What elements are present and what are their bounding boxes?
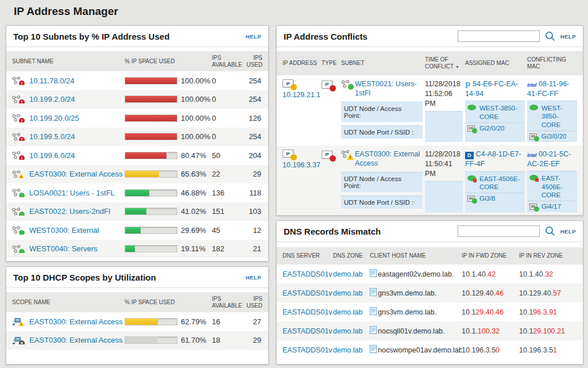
subnet-icon: ! [12, 151, 21, 159]
subnet-link[interactable]: 10.11.78.0/24 [29, 76, 75, 85]
table-row: !EAST0022: Users-2ndFl 41.02% 151 103 [6, 202, 268, 221]
ip-rev-zone: 10.196.3.51 [519, 346, 577, 354]
table-row: !WEST0300: External 29.69% 45 12 [6, 221, 268, 240]
subnet-link[interactable]: 10.199.6.0/24 [29, 151, 75, 160]
udt-port-link[interactable]: Gi3/8 [479, 195, 496, 202]
udt-node-link[interactable]: WEST-3850-CORE [541, 104, 575, 129]
dns-zone-link[interactable]: demo.lab [333, 270, 370, 278]
help-link[interactable]: HELP [246, 33, 261, 40]
ips-available-value: 0 [212, 76, 246, 85]
col-conflicting-mac: CONFLICTING MAC [527, 56, 577, 70]
ips-used-value: 254 [246, 95, 262, 103]
udt-node-link[interactable]: EAST-4506E-CORE [541, 174, 575, 199]
usage-bar [125, 170, 177, 178]
ips-used-value: 27 [246, 317, 262, 326]
table-row: !10.199.6.0/24 80.47% 50 204 [6, 146, 268, 165]
udt-node-link[interactable]: EAST-4506E-CORE [479, 175, 523, 191]
col-ips-available: IPS AVAILABLE [212, 296, 246, 309]
ip-rev-zone: 10.129.40.57 [519, 289, 577, 297]
subnet-icon: ! [12, 76, 21, 85]
help-link[interactable]: HELP [246, 274, 261, 281]
scope-link[interactable]: EAST0300: External Access [29, 317, 123, 326]
search-input[interactable] [458, 225, 540, 237]
ip-fwd-zone: 10.1.100.32 [462, 327, 519, 335]
usage-bar [125, 227, 177, 234]
col-dns-server: DNS SERVER [283, 252, 333, 259]
ips-available-value: 136 [212, 189, 246, 197]
pct-used-value: 100.00% [181, 95, 210, 103]
subnet-link[interactable]: 10.199.20.0/25 [29, 114, 79, 122]
dns-server-link[interactable]: EASTADDS01v [283, 270, 333, 278]
subnet-link[interactable]: WEST0300: External [29, 226, 99, 235]
subnet-link[interactable]: EAST0300: External Access [29, 170, 123, 178]
subnet-link[interactable]: LOSA0021: Users - 1stFL [29, 189, 115, 197]
conflict-ip-link[interactable]: 10.129.21.1 [283, 91, 319, 99]
ip-rev-zone: 10.196.3.91 [519, 308, 577, 316]
help-link[interactable]: HELP [560, 228, 576, 235]
dns-zone-link[interactable]: demo.lab [333, 289, 370, 297]
ips-available-value: 0 [212, 95, 246, 103]
col-ip-fwd-zone: IP IN FWD ZONE [462, 252, 519, 259]
udt-port-link[interactable]: Gi4/17 [541, 203, 561, 210]
search-input[interactable] [458, 30, 540, 42]
conflict-subnet-link[interactable]: WEST0021: Users-1stFl [355, 79, 423, 98]
subnet-icon: ! [12, 189, 21, 197]
ips-used-value: 118 [246, 189, 262, 197]
conflicts-panel-title: IP Address Conflicts [284, 32, 453, 41]
subnet-link[interactable]: EAST0022: Users-2ndFl [29, 207, 110, 216]
dhcp-scope-icon: ! [12, 317, 21, 325]
ip-fwd-zone: 10.1.40.42 [462, 270, 519, 278]
usage-bar [125, 336, 177, 344]
subnet-icon: ! [12, 95, 21, 103]
ips-used-value: 29 [246, 336, 262, 344]
subnet-link[interactable]: 10.199.5.0/24 [29, 132, 75, 141]
subnet-icon: ! [341, 150, 350, 158]
subnet-link[interactable]: WEST0040: Servers [29, 244, 98, 253]
help-link[interactable]: HELP [560, 33, 576, 40]
conflict-subnet-link[interactable]: EAST0300: External Access [355, 150, 423, 168]
usage-bar [125, 133, 177, 140]
table-row: ✕EAST0300: External Access 61.70% 18 29 [6, 331, 268, 350]
udt-port-label: UDT Node Port / SSID : [341, 125, 423, 139]
pct-used-value: 61.70% [181, 336, 206, 344]
dns-server-link[interactable]: EASTADDS01v [283, 327, 333, 335]
dns-zone-link[interactable]: demo.lab [333, 327, 370, 335]
subnet-icon: ! [12, 133, 21, 141]
dns-zone-link[interactable]: demo.lab [333, 346, 370, 354]
ips-available-value: 45 [212, 226, 246, 235]
udt-time-detail-box [425, 181, 463, 213]
udt-port-link[interactable]: Gi2/0/20 [479, 125, 504, 132]
dns-server-link[interactable]: EASTADDS01v [283, 346, 333, 354]
ips-used-value: 103 [246, 207, 262, 216]
conflict-ip-link[interactable]: 10.196.3.37 [283, 161, 319, 169]
client-host-name: gns3vm.demo.lab. [378, 289, 436, 297]
dhcp-panel: Top 10 DHCP Scopes by Utilization HELP S… [6, 266, 269, 365]
client-host-name: nocsqll01v.demo.lab. [378, 327, 445, 335]
dns-server-link[interactable]: EASTADDS01v [283, 308, 333, 316]
dns-zone-link[interactable]: demo.lab [333, 308, 370, 316]
table-row: !EAST0300: External Access 65.63% 22 29 [6, 165, 268, 184]
udt-port-link[interactable]: Gi3/0/20 [541, 133, 566, 140]
usage-bar [125, 189, 177, 197]
assigned-mac-link[interactable]: 54-E6-FC-EA-14-94 [465, 80, 518, 98]
search-icon[interactable] [544, 225, 556, 237]
col-ips-available: IPS AVAILABLE [212, 55, 246, 68]
dns-server-link[interactable]: EASTADDS01v [283, 289, 333, 297]
usage-bar [125, 95, 177, 103]
col-scope-name: SCOPE NAME [12, 299, 125, 306]
ips-used-value: 204 [246, 151, 262, 160]
search-icon[interactable] [544, 30, 556, 42]
subnet-link[interactable]: 10.199.2.0/24 [29, 95, 75, 103]
assigned-mac-link[interactable]: C4-A8-1D-E7-FF-4F [465, 150, 521, 168]
node-status-icon [529, 175, 538, 181]
vendor-logo-icon [465, 150, 474, 160]
usage-bar [125, 208, 177, 215]
ip-fwd-zone: 10.129.40.46 [462, 289, 519, 297]
col-time-of-conflict[interactable]: TIME OF CONFLICT▼ [425, 56, 463, 70]
subnet-icon: ! [12, 114, 21, 122]
scope-link[interactable]: EAST0300: External Access [29, 336, 123, 344]
page-title: IP Address Manager [14, 5, 118, 18]
col-assigned-mac: ASSIGNED MAC [465, 60, 525, 67]
udt-node-link[interactable]: WEST-3850-CORE [479, 104, 523, 121]
ip-fwd-zone: 10.196.3.50 [462, 346, 519, 354]
